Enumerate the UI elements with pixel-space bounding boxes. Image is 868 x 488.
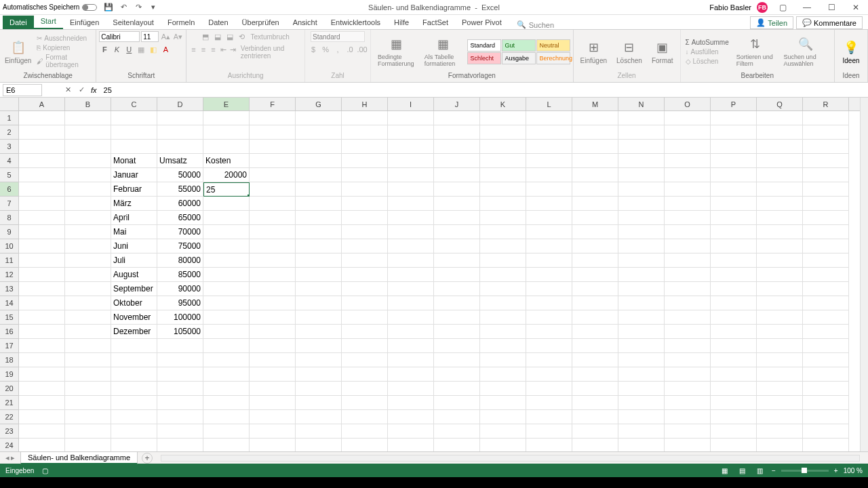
cell-P24[interactable] [711,439,757,451]
col-header-I[interactable]: I [388,98,434,110]
cell-H9[interactable] [342,225,388,239]
cell-L23[interactable] [526,424,572,439]
row-header-6[interactable]: 6 [0,182,18,197]
cell-A16[interactable] [19,325,65,339]
cell-C13[interactable]: September [111,282,157,296]
cell-P22[interactable] [711,410,757,424]
copy-button[interactable]: ⎘Kopieren [35,43,93,52]
cell-N24[interactable] [618,439,665,451]
cell-Q18[interactable] [757,353,803,367]
col-header-E[interactable]: E [203,98,250,110]
spreadsheet-grid[interactable]: ABCDEFGHIJKLMNOPQR 123456789101112131415… [0,98,868,451]
cell-L17[interactable] [526,339,572,353]
find-select-button[interactable]: 🔍Suchen und Auswählen [780,35,831,68]
cond-format-button[interactable]: ▦Bedingte Formatierung [374,35,419,68]
cell-J13[interactable] [434,282,480,296]
col-header-A[interactable]: A [19,98,65,110]
cell-R20[interactable] [803,382,849,396]
cell-H5[interactable] [342,168,388,182]
align-right-icon[interactable]: ≡ [209,44,218,55]
cell-K20[interactable] [480,382,526,396]
cell-C16[interactable]: Dezember [111,325,157,339]
bold-icon[interactable]: F [99,44,110,55]
cell-D20[interactable] [157,382,203,396]
cell-Q8[interactable] [757,211,803,225]
cell-I8[interactable] [388,211,434,225]
cell-F21[interactable] [250,396,296,410]
cell-P8[interactable] [711,211,757,225]
cell-J20[interactable] [434,382,480,396]
page-layout-icon[interactable]: ▤ [736,466,749,475]
cell-A10[interactable] [19,239,65,253]
cell-L6[interactable] [526,182,572,197]
cell-I19[interactable] [388,367,434,382]
cell-G23[interactable] [296,424,342,439]
sheet-prev-icon[interactable]: ◂ [5,453,9,462]
cell-M1[interactable] [572,111,618,125]
cell-G17[interactable] [296,339,342,353]
cell-D9[interactable]: 70000 [157,225,203,239]
cell-R9[interactable] [803,225,849,239]
cell-L7[interactable] [526,197,572,211]
cell-O22[interactable] [665,410,711,424]
cell-K3[interactable] [480,140,526,154]
cell-M12[interactable] [572,268,618,282]
cell-J15[interactable] [434,310,480,325]
cell-L19[interactable] [526,367,572,382]
cell-H11[interactable] [342,253,388,268]
italic-icon[interactable]: K [111,44,122,55]
col-header-Q[interactable]: Q [757,98,803,110]
cell-J23[interactable] [434,424,480,439]
cell-F17[interactable] [250,339,296,353]
format-cells-button[interactable]: ▣Format [648,38,677,66]
cell-G6[interactable] [296,182,342,197]
cell-C11[interactable]: Juli [111,253,157,268]
cell-P13[interactable] [711,282,757,296]
grow-font-icon[interactable]: A▴ [160,31,171,42]
cell-P11[interactable] [711,253,757,268]
cell-G19[interactable] [296,367,342,382]
cell-I21[interactable] [388,396,434,410]
cell-G7[interactable] [296,197,342,211]
cell-F3[interactable] [250,140,296,154]
cell-Q1[interactable] [757,111,803,125]
cell-N18[interactable] [618,353,665,367]
cell-A19[interactable] [19,367,65,382]
cell-M22[interactable] [572,410,618,424]
cell-F22[interactable] [250,410,296,424]
cell-D15[interactable]: 100000 [157,310,203,325]
indent-left-icon[interactable]: ⇤ [219,44,228,55]
cell-O16[interactable] [665,325,711,339]
cell-D24[interactable] [157,439,203,451]
cell-I7[interactable] [388,197,434,211]
cell-O10[interactable] [665,239,711,253]
cell-F5[interactable] [250,168,296,182]
col-header-M[interactable]: M [572,98,618,110]
row-header-16[interactable]: 16 [0,325,18,339]
cell-H18[interactable] [342,353,388,367]
toggle-switch-icon[interactable] [82,4,97,11]
cell-I18[interactable] [388,353,434,367]
cell-Q20[interactable] [757,382,803,396]
cell-M7[interactable] [572,197,618,211]
cell-F15[interactable] [250,310,296,325]
cell-K2[interactable] [480,125,526,140]
cell-E14[interactable] [203,296,250,310]
cell-O23[interactable] [665,424,711,439]
cell-M5[interactable] [572,168,618,182]
cell-Q7[interactable] [757,197,803,211]
cell-G20[interactable] [296,382,342,396]
cell-J3[interactable] [434,140,480,154]
cell-H7[interactable] [342,197,388,211]
cell-B1[interactable] [65,111,111,125]
cell-Q19[interactable] [757,367,803,382]
cell-L22[interactable] [526,410,572,424]
cell-I22[interactable] [388,410,434,424]
cell-K7[interactable] [480,197,526,211]
align-top-icon[interactable]: ⬒ [200,31,211,42]
cell-E5[interactable]: 20000 [203,168,250,182]
cell-F11[interactable] [250,253,296,268]
cell-Q21[interactable] [757,396,803,410]
cell-H2[interactable] [342,125,388,140]
cell-C23[interactable] [111,424,157,439]
